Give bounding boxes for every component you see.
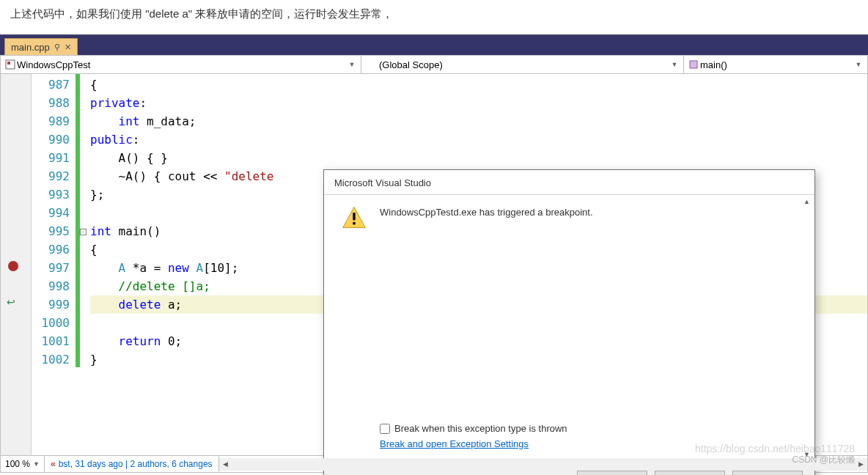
change-indicator bbox=[76, 74, 80, 455]
zoom-value: 100 % bbox=[5, 459, 30, 469]
exception-dialog: Microsoft Visual Studio WindowsCppTestd.… bbox=[323, 169, 815, 475]
zoom-selector[interactable]: 100 % ▼ bbox=[1, 456, 45, 472]
break-on-throw-checkbox[interactable]: Break when this exception type is thrown bbox=[380, 423, 800, 434]
svg-rect-1 bbox=[7, 62, 10, 65]
pin-icon[interactable]: ⚲ bbox=[54, 43, 60, 52]
ide-window: main.cpp ⚲ ✕ WindowsCppTest ▼ (Global Sc… bbox=[0, 34, 868, 473]
chevron-down-icon: ▼ bbox=[853, 61, 864, 68]
scroll-left-icon[interactable]: ◀ bbox=[219, 458, 232, 471]
editor-area: ↩ 98798898999099199299399499599699799899… bbox=[0, 74, 868, 455]
chevron-down-icon: ▼ bbox=[669, 61, 680, 68]
context-bar: WindowsCppTest ▼ (Global Scope) ▼ main()… bbox=[0, 55, 868, 74]
codelens-info[interactable]: « bst, 31 days ago | 2 authors, 6 change… bbox=[45, 456, 219, 472]
outline-gutter[interactable]: - bbox=[80, 74, 90, 455]
page-caption: 上述代码中，如果我们使用 "delete a" 来释放申请的空间，运行时会发生异… bbox=[0, 0, 868, 34]
scroll-up-icon[interactable]: ▲ bbox=[803, 198, 810, 205]
function-name: main() bbox=[700, 59, 727, 70]
codelens-text: bst, 31 days ago | 2 authors, 6 changes bbox=[59, 459, 213, 469]
checkbox-input[interactable] bbox=[380, 424, 390, 434]
exception-settings-link[interactable]: Break and open Exception Settings bbox=[380, 438, 529, 449]
close-icon[interactable]: ✕ bbox=[65, 43, 71, 52]
chevron-down-icon: ▼ bbox=[33, 460, 40, 468]
tab-main-cpp[interactable]: main.cpp ⚲ ✕ bbox=[4, 38, 78, 55]
dialog-message: WindowsCppTestd.exe has triggered a brea… bbox=[380, 205, 593, 218]
scroll-down-icon[interactable]: ▼ bbox=[803, 451, 810, 458]
breakpoint-margin[interactable]: ↩ bbox=[1, 74, 32, 455]
scroll-right-icon[interactable]: ▶ bbox=[855, 458, 867, 471]
break-button[interactable]: Break bbox=[577, 471, 647, 475]
dialog-scrollbar[interactable]: ▲ ▼ bbox=[801, 198, 813, 458]
continue-button[interactable]: Continue bbox=[655, 471, 725, 475]
tab-strip: main.cpp ⚲ ✕ bbox=[0, 36, 868, 55]
svg-rect-2 bbox=[690, 61, 697, 68]
scope-selector[interactable]: (Global Scope) ▼ bbox=[361, 56, 684, 73]
function-icon bbox=[687, 59, 700, 70]
dialog-title: Microsoft Visual Studio bbox=[324, 170, 814, 194]
project-icon bbox=[4, 59, 17, 70]
ignore-button[interactable]: Ignore bbox=[732, 471, 803, 475]
warning-icon bbox=[342, 205, 367, 230]
codelens-icon: « bbox=[51, 459, 56, 469]
project-selector[interactable]: WindowsCppTest ▼ bbox=[1, 56, 361, 73]
scope-label: (Global Scope) bbox=[364, 59, 443, 70]
project-name: WindowsCppTest bbox=[17, 59, 90, 70]
status-bar: 100 % ▼ « bst, 31 days ago | 2 authors, … bbox=[0, 455, 868, 473]
tab-label: main.cpp bbox=[11, 42, 50, 53]
function-selector[interactable]: main() ▼ bbox=[684, 56, 867, 73]
checkbox-label: Break when this exception type is thrown bbox=[394, 423, 567, 434]
horizontal-scrollbar[interactable]: ◀ ▶ bbox=[219, 458, 867, 471]
dialog-body: WindowsCppTestd.exe has triggered a brea… bbox=[324, 194, 814, 461]
chevron-down-icon: ▼ bbox=[346, 61, 358, 68]
line-number-gutter: 9879889899909919929939949959969979989991… bbox=[32, 74, 76, 455]
svg-rect-5 bbox=[353, 222, 355, 224]
svg-rect-4 bbox=[353, 213, 355, 220]
